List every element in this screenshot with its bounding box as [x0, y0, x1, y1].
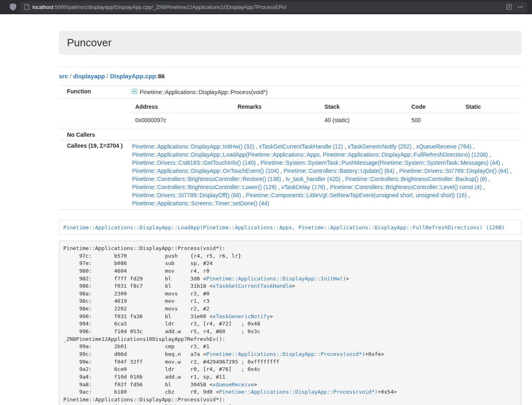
text: Pinetime::Applications::DisplayApp::Proc… [63, 396, 225, 403]
text: > [346, 276, 349, 282]
text: 99e: f04f 32ff mov.w r2, #4294967295 ; 0… [63, 359, 279, 365]
breadcrumb-link[interactable]: DisplayApp.cpp: [110, 73, 158, 80]
reader-view-icon[interactable] [506, 4, 512, 10]
tracking-protection-shield-icon[interactable] [10, 3, 16, 11]
text: 986: f031 f8c7 bl 31b18 < [63, 283, 213, 289]
text: Pinetime::Applications::DisplayApp::Proc… [63, 245, 225, 251]
code-line: 9a2: 6ce0 ldr r0, [r4, #76] ; 0x4c [63, 366, 517, 373]
text: 98a: 2300 movs r3, #0 [63, 291, 209, 297]
callee-link[interactable]: Pinetime::System::SystemTask::PushMessag… [261, 159, 500, 166]
stat-remarks [234, 113, 321, 127]
text: 996: f104 053c add.w r5, r4, #60 ; 0x3c [63, 328, 260, 334]
callee-link[interactable]: lv_task_handler (420) [286, 176, 340, 182]
callee-link[interactable]: xQueueReceive (764) [416, 143, 472, 150]
text: 98e: 2202 movs r2, #2 [63, 306, 209, 312]
text: 99c: d06d beq.n a7a < [63, 351, 206, 357]
code-line: 9a8: f02f fd56 bl 30458 <xQueueReceive> [63, 381, 517, 389]
function-name: Pinetime::Applications::DisplayApp::Proc… [140, 88, 267, 96]
code-line: _ZN8Pinetime12Applications10DisplayApp7R… [63, 336, 517, 343]
code-line: 980: 4604 mov r4, r0 [63, 267, 517, 275]
code-symbol-link[interactable]: xTaskGetCurrentTaskHandle [213, 283, 292, 289]
col-static: Static [462, 101, 518, 113]
col-code: Code [408, 101, 462, 113]
url-bar[interactable]: localhost:5000/path/src/displayapp/Displ… [20, 2, 527, 13]
code-symbol-link[interactable]: xQueueReceive [213, 381, 254, 388]
breadcrumb-link[interactable]: src [59, 73, 68, 80]
breadcrumb: src / displayapp / DisplayApp.cpp:86 [59, 73, 521, 80]
divider [59, 67, 521, 67]
breadcrumb-link[interactable]: displayapp [73, 73, 105, 80]
callee-link[interactable]: Pinetime::Controllers::BrightnessControl… [330, 184, 481, 190]
code-line: 990: f031 fa36 bl 31e00 <xTaskGenericNot… [63, 313, 517, 321]
function-detail-table: Function Pinetime::Applications::Display… [59, 86, 521, 210]
code-line: 98a: 2300 movs r3, #0 [63, 290, 517, 298]
code-line: 9a4: f10d 010b add.w r1, sp, #11 [63, 373, 517, 381]
stat-stack: 40 (static) [321, 113, 408, 127]
code-line: 994: 6ca3 ldr r3, [r4, #72] ; 0x48 [63, 320, 517, 328]
text: 98c: 4619 mov r1, r3 [63, 298, 209, 304]
text: 9a8: f02f fd56 bl 30458 < [63, 381, 213, 388]
text: 9ac: b180 cbz r0, 9d0 < [63, 389, 219, 395]
col-stack: Stack [321, 101, 408, 113]
callee-link[interactable]: Pinetime::Drivers::St7789::DisplayOn() (… [399, 168, 508, 174]
url-path: :5000/path/src/displayapp/DisplayApp.cpp… [53, 4, 286, 10]
callees-cell: Pinetime::Applications::DisplayApp::Init… [126, 140, 521, 210]
code-line: 996: f104 053c add.w r5, r4, #60 ; 0x3c [63, 328, 517, 336]
stat-static [462, 113, 518, 127]
callee-link[interactable]: Pinetime::Applications::DisplayApp::OnTo… [132, 168, 279, 174]
symbol-link[interactable]: Pinetime::Applications::DisplayApp::Load… [63, 224, 505, 231]
callee-link[interactable]: Pinetime::Drivers::St7789::DisplayOff() … [132, 192, 241, 198]
callee-link[interactable]: Pinetime::Applications::Screens::Timer::… [132, 200, 269, 207]
table-row: 0x0000097c 40 (static) 500 [132, 113, 518, 127]
text: 97e: b086 sub sp, #24 [63, 260, 213, 266]
callee-link[interactable]: vTaskDelay (176) [281, 184, 325, 190]
callee-link[interactable]: Pinetime::Applications::DisplayApp::Load… [132, 151, 488, 158]
callee-link[interactable]: xTaskGenericNotify (252) [348, 143, 411, 150]
function-symbol-icon [132, 88, 137, 96]
page-header: Puncover [59, 31, 521, 55]
callee-link[interactable]: Pinetime::Controllers::Battery::Update()… [284, 168, 394, 174]
url-host: localhost [32, 4, 53, 10]
page-info-icon[interactable] [24, 4, 29, 10]
code-block: Pinetime::Applications::DisplayApp::Proc… [59, 241, 521, 405]
function-label: Function [59, 86, 126, 99]
text: 86 [158, 73, 165, 80]
text: _ZN8Pinetime12Applications10DisplayApp7R… [63, 336, 225, 342]
text: 99a: 2b01 cmp r3, #1 [63, 343, 209, 349]
text: > [292, 283, 295, 289]
callee-link[interactable]: Pinetime::Controllers::BrightnessControl… [132, 176, 281, 182]
callee-link[interactable]: Pinetime::Components::LittleVgl::SetNewT… [246, 192, 467, 198]
code-line: 97c: b570 push {r4, r5, r6, lr} [63, 252, 517, 260]
text: +0x54> [378, 389, 397, 395]
callee-link[interactable]: Pinetime::Controllers::BrightnessControl… [132, 184, 276, 190]
code-line: 9ac: b180 cbz r0, 9d0 <Pinetime::Applica… [63, 388, 517, 396]
page-actions-ellipsis-icon[interactable] [517, 6, 523, 8]
no-callers-row: No Callers [59, 129, 521, 140]
no-callers-label: No Callers [59, 129, 126, 140]
code-line: 982: f7ff fd29 bl 3d8 <Pinetime::Applica… [63, 275, 517, 283]
code-line: Pinetime::Applications::DisplayApp::Proc… [63, 396, 517, 404]
callee-link[interactable]: Pinetime::Controllers::BrightnessControl… [345, 176, 487, 182]
code-symbol-link[interactable]: xTaskGenericNotify [213, 313, 270, 319]
text: > [254, 381, 257, 388]
code-line: 99c: d06d beq.n a7a <Pinetime::Applicati… [63, 351, 517, 358]
text: +0xfe> [365, 351, 384, 357]
text: 982: f7ff fd29 bl 3d8 < [63, 276, 206, 282]
code-symbol-link[interactable]: Pinetime::Applications::DisplayApp::Proc… [206, 351, 365, 357]
callee-link[interactable]: Pinetime::Drivers::Cst816S::GetTouchInfo… [132, 159, 256, 166]
function-row: Function Pinetime::Applications::Display… [59, 86, 521, 99]
symbol-panel: Pinetime::Applications::DisplayApp::Load… [59, 220, 521, 235]
code-line: 986: f031 f8c7 bl 31b18 <xTaskGetCurrent… [63, 282, 517, 290]
separator: / [68, 73, 73, 80]
code-line: 9ae: f89d 300b ldrb.w r3, [sp, #11] [63, 403, 517, 405]
stat-address: 0x0000097c [132, 113, 234, 127]
code-line: 97e: b086 sub sp, #24 [63, 260, 517, 267]
stat-code: 500 [408, 113, 462, 127]
col-remarks: Remarks [234, 101, 321, 113]
stats-table: Address Remarks Stack Code Static 0x0000… [132, 101, 518, 127]
callee-link[interactable]: Pinetime::Applications::DisplayApp::Init… [132, 143, 254, 150]
code-symbol-link[interactable]: Pinetime::Applications::DisplayApp::Init… [206, 276, 346, 282]
callee-link[interactable]: xTaskGetCurrentTaskHandle (12) [259, 143, 343, 150]
code-symbol-link[interactable]: Pinetime::Applications::DisplayApp::Proc… [219, 389, 378, 395]
page-title: Puncover [67, 37, 513, 49]
